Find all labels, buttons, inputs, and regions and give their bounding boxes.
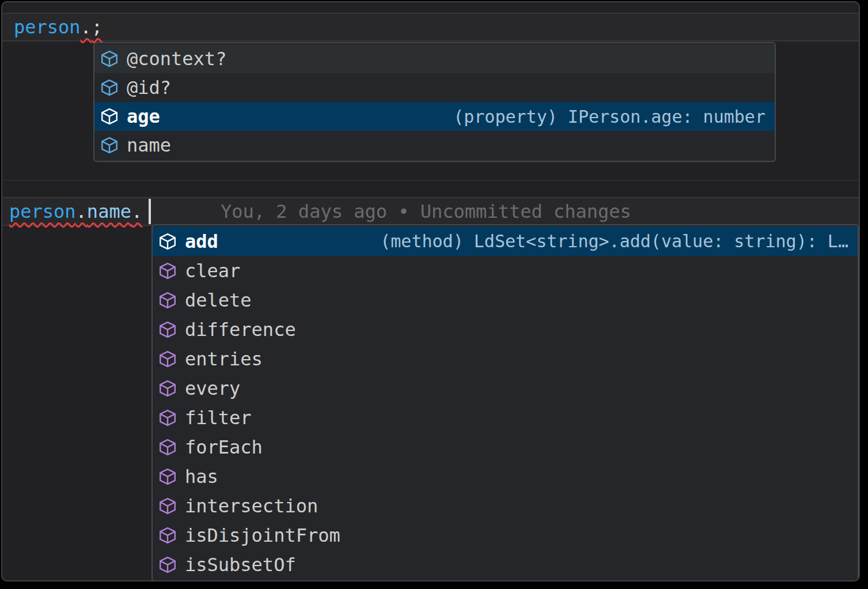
suggest-item[interactable]: every [153,373,858,403]
suggest-item-label: age [127,105,160,127]
suggest-item-label: entries [185,348,263,370]
suggest-item[interactable]: forEach [153,432,858,462]
suggest-item[interactable]: @id? [94,73,775,102]
suggest-widget-bottom: add (method) LdSet<string>.add(value: st… [151,224,859,582]
suggest-item-label: @id? [127,77,171,99]
code-line-top[interactable]: person.; [14,14,103,40]
suggest-item[interactable]: isDisjointFrom [153,520,858,550]
code-token-dot: . [76,201,87,222]
suggest-item[interactable]: has [153,462,858,491]
symbol-method-icon [157,290,178,311]
screenshot-canvas: person.; @context? [0,0,868,589]
suggest-item-label: filter [185,407,252,429]
code-line-bottom[interactable]: person.name. [9,198,142,225]
suggest-item[interactable]: age (property) IPerson.age: number [94,102,775,131]
editor-window: person.; @context? [1,1,860,582]
current-line-highlight-top: person.; [2,13,859,41]
suggest-item-label: intersection [185,495,318,517]
suggest-item[interactable]: isSubsetOf [153,550,858,579]
suggest-item-label: has [185,466,218,488]
suggest-item-label: clear [185,260,240,282]
suggest-item-detail: (property) IPerson.age: number [442,107,765,127]
suggest-item[interactable]: intersection [153,491,858,520]
suggest-item[interactable]: delete [153,285,858,315]
code-token-dot: . [81,16,92,38]
code-token-semicolon: ; [92,16,103,38]
gitlens-blame-annotation: You, 2 days ago • Uncommitted changes [221,198,631,225]
suggest-item-label: forEach [185,436,263,458]
symbol-field-icon [99,48,120,69]
code-token-variable: person [14,16,81,38]
suggest-item-detail: (method) LdSet<string>.add(value: string… [369,231,848,251]
symbol-method-icon [157,349,178,369]
pane-divider [2,180,859,181]
suggest-item[interactable]: name [94,131,775,160]
suggest-widget-top: @context? @id? [93,42,776,162]
symbol-field-icon [99,135,120,156]
symbol-method-icon [157,525,178,546]
suggest-item[interactable]: filter [153,403,858,432]
code-token-variable: person [9,201,76,222]
symbol-method-icon [157,466,178,487]
suggest-item[interactable]: add (method) LdSet<string>.add(value: st… [153,226,858,256]
text-cursor [149,199,151,224]
symbol-method-icon [157,496,178,516]
suggest-item-label: add [185,231,218,252]
code-token-property: name [87,201,131,222]
symbol-method-icon [157,378,178,399]
suggest-item[interactable]: difference [153,315,858,344]
suggest-item[interactable]: entries [153,344,858,373]
suggest-item-label: delete [185,289,252,311]
suggest-item-label: name [127,134,171,156]
symbol-method-icon [157,319,178,340]
suggest-item[interactable]: @context? [94,44,775,73]
suggest-item[interactable]: clear [153,256,858,285]
code-token-dot: . [131,201,142,222]
symbol-method-icon [157,437,178,458]
suggest-item-label: isDisjointFrom [185,524,340,546]
symbol-field-icon [99,106,120,127]
suggest-item-label: difference [185,319,296,341]
suggest-item-label: @context? [127,48,226,70]
symbol-method-icon [157,231,178,252]
symbol-method-icon [157,407,178,428]
current-line-highlight-bottom: person.name. You, 2 days ago • Uncommitt… [2,197,859,226]
symbol-method-icon [157,554,178,575]
symbol-method-icon [157,260,178,281]
suggest-item-label: isSubsetOf [185,554,296,576]
symbol-field-icon [99,77,120,98]
suggest-item-label: every [185,377,240,399]
